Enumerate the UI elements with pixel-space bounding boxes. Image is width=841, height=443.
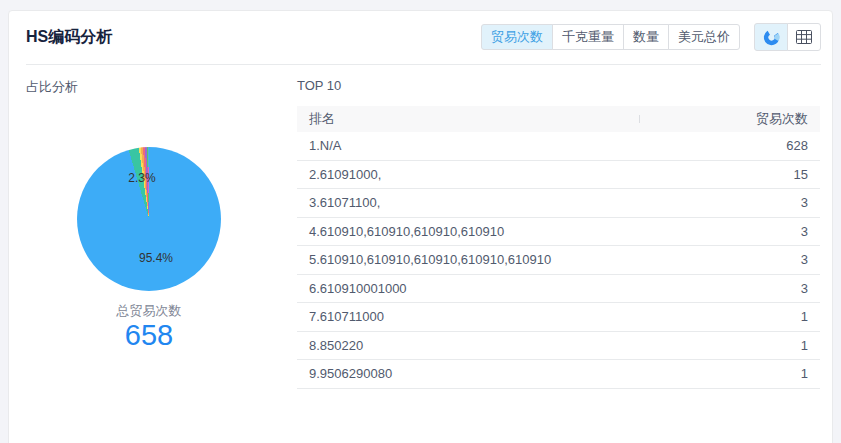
- proportion-panel: 占比分析 2.3% 95.4% 总贸易次数 658: [26, 65, 288, 395]
- total-trades-label: 总贸易次数: [26, 302, 272, 320]
- pie-chart[interactable]: [77, 147, 221, 291]
- table-icon: [796, 30, 812, 44]
- value-cell: 1: [639, 338, 820, 353]
- rank-cell: 4.610910,610910,610910,610910: [297, 224, 639, 239]
- pie-view-button[interactable]: [754, 23, 788, 51]
- table-row: 8.8502201: [297, 332, 820, 361]
- card-header: HS编码分析 贸易次数 千克重量 数量 美元总价: [26, 11, 821, 65]
- value-cell: 3: [639, 281, 820, 296]
- card-content: 占比分析 2.3% 95.4% 总贸易次数 658 TOP 10 排名 贸易次数…: [9, 65, 832, 395]
- pie-percent-label-teal: 2.3%: [128, 171, 155, 185]
- pie-chart-icon: [763, 29, 780, 46]
- value-cell: 3: [639, 224, 820, 239]
- view-toggle-group: [754, 23, 821, 51]
- rank-cell: 8.850220: [297, 338, 639, 353]
- table-row: 4.610910,610910,610910,6109103: [297, 218, 820, 247]
- total-trades-value: 658: [26, 319, 272, 352]
- table-header-row: 排名 贸易次数: [297, 106, 820, 132]
- value-cell: 15: [639, 167, 820, 182]
- table-body: 1.N/A6282.61091000,153.61071100,34.61091…: [297, 132, 820, 389]
- table-row: 3.61071100,3: [297, 189, 820, 218]
- value-cell: 628: [639, 138, 820, 153]
- metric-tab-kg-weight[interactable]: 千克重量: [552, 24, 624, 50]
- pie-percent-label-blue: 95.4%: [139, 251, 173, 265]
- rank-cell: 6.610910001000: [297, 281, 639, 296]
- metric-tab-quantity[interactable]: 数量: [623, 24, 669, 50]
- table-row: 7.6107110001: [297, 303, 820, 332]
- header-controls: 贸易次数 千克重量 数量 美元总价: [481, 23, 821, 51]
- table-row: 6.6109100010003: [297, 275, 820, 304]
- value-cell: 3: [639, 252, 820, 267]
- rank-cell: 9.9506290080: [297, 366, 639, 381]
- page: { "header": { "title": "HS编码分析" }, "metr…: [0, 0, 841, 443]
- top10-title: TOP 10: [297, 78, 820, 93]
- table-view-button[interactable]: [787, 23, 821, 51]
- rank-cell: 1.N/A: [297, 138, 639, 153]
- table-row: 1.N/A628: [297, 132, 820, 161]
- rank-cell: 5.610910,610910,610910,610910,610910: [297, 252, 639, 267]
- hs-analysis-card: HS编码分析 贸易次数 千克重量 数量 美元总价: [8, 10, 833, 443]
- value-cell: 1: [639, 366, 820, 381]
- table-row: 5.610910,610910,610910,610910,6109103: [297, 246, 820, 275]
- rank-column-header: 排名: [297, 110, 639, 128]
- value-cell: 3: [639, 195, 820, 210]
- proportion-title: 占比分析: [26, 78, 288, 96]
- rank-cell: 3.61071100,: [297, 195, 639, 210]
- top10-panel: TOP 10 排名 贸易次数 1.N/A6282.61091000,153.61…: [297, 65, 820, 395]
- metric-tab-group: 贸易次数 千克重量 数量 美元总价: [481, 24, 740, 50]
- table-row: 9.95062900801: [297, 360, 820, 389]
- value-column-header: 贸易次数: [639, 110, 820, 128]
- metric-tab-usd-total[interactable]: 美元总价: [668, 24, 740, 50]
- metric-tab-trade-count[interactable]: 贸易次数: [481, 24, 553, 50]
- rank-cell: 2.61091000,: [297, 167, 639, 182]
- rank-cell: 7.610711000: [297, 309, 639, 324]
- table-row: 2.61091000,15: [297, 161, 820, 190]
- page-title: HS编码分析: [26, 27, 112, 48]
- top10-table: 排名 贸易次数 1.N/A6282.61091000,153.61071100,…: [297, 106, 820, 389]
- value-cell: 1: [639, 309, 820, 324]
